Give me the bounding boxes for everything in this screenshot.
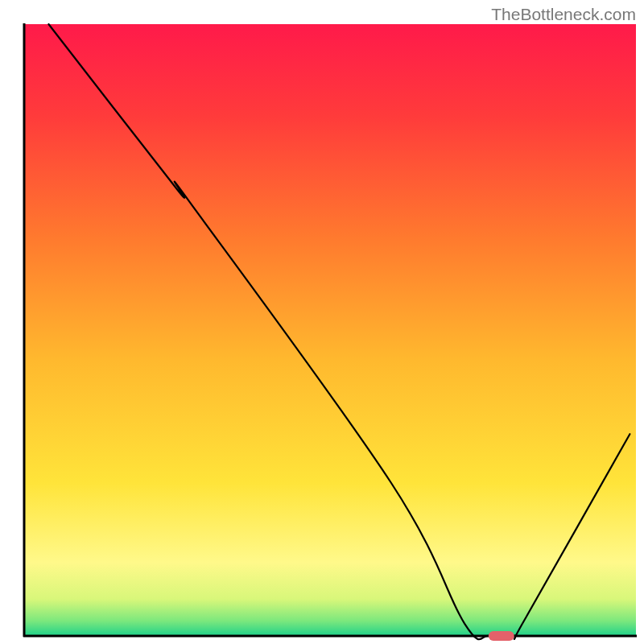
bottleneck-chart xyxy=(0,0,644,644)
plot-background xyxy=(24,24,636,636)
target-marker xyxy=(489,631,514,641)
watermark-text: TheBottleneck.com xyxy=(491,5,636,24)
chart-svg xyxy=(0,0,644,644)
